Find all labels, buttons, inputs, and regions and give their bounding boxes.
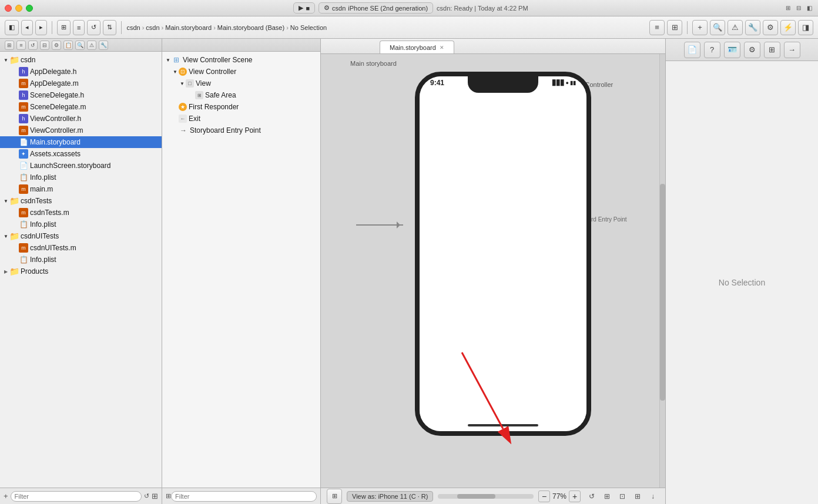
- attributes-inspector-btn[interactable]: ⚙: [744, 42, 760, 58]
- title-bar: ▶ ■ ⚙ csdn iPhone SE (2nd generation) cs…: [0, 0, 818, 16]
- nav-btn-8[interactable]: ⚠: [87, 41, 96, 50]
- code-review-btn[interactable]: ⚙: [763, 20, 778, 35]
- sidebar-item-main-storyboard[interactable]: 📄 Main.storyboard: [0, 136, 162, 148]
- sidebar-item-csdnuitests-m[interactable]: m csdnUITests.m: [0, 242, 162, 254]
- outline-filter-input[interactable]: [171, 491, 317, 502]
- sidebar-toggle-icon[interactable]: ◧: [805, 4, 813, 12]
- navigator-btn[interactable]: ⊞: [57, 20, 71, 35]
- sidebar-toggle-button[interactable]: ◧: [5, 20, 19, 35]
- scene-icon: ⊞: [172, 55, 181, 65]
- run-button[interactable]: ▶ ■: [293, 2, 315, 14]
- sidebar-item-appdelegate-h[interactable]: h AppDelegate.h: [0, 66, 162, 78]
- breadcrumb-item-4[interactable]: Main.storyboard (Base): [217, 24, 284, 31]
- canvas-vertical-scrollbar[interactable]: [659, 54, 665, 488]
- sidebar-item-assets[interactable]: ✦ Assets.xcassets: [0, 148, 162, 160]
- refresh-icon[interactable]: ↺: [585, 490, 598, 503]
- horizontal-scrollbar-thumb[interactable]: [457, 494, 495, 499]
- sidebar-item-csdnuitests-group[interactable]: ▼ 📁 csdnUITests: [0, 230, 162, 242]
- jump-btn[interactable]: ⇅: [103, 20, 116, 35]
- search-btn[interactable]: 🔍: [710, 20, 725, 35]
- outline-item-view[interactable]: ▼ □ View: [162, 78, 320, 89]
- outline-item-first-responder[interactable]: ★ First Responder: [162, 101, 320, 113]
- forward-button[interactable]: ▸: [35, 20, 47, 35]
- connections-inspector-btn[interactable]: →: [784, 42, 800, 58]
- sidebar-item-csdn-group[interactable]: ▼ 📁 csdn: [0, 54, 162, 66]
- horizontal-scrollbar[interactable]: [438, 494, 534, 499]
- sidebar-item-scenedelegate-m[interactable]: m SceneDelegate.m: [0, 101, 162, 113]
- sidebar-item-viewcontroller-m[interactable]: m ViewController.m: [0, 125, 162, 136]
- scrollbar-thumb[interactable]: [660, 184, 665, 401]
- minimize-button[interactable]: [15, 5, 22, 12]
- sidebar-item-label: AppDelegate.h: [30, 68, 76, 76]
- add-filter-icon[interactable]: +: [4, 492, 8, 500]
- outline-item-safearea[interactable]: ⊞ Safe Area: [162, 89, 320, 101]
- nav-btn-7[interactable]: 🔍: [75, 41, 85, 50]
- grid-icon[interactable]: ⊟: [794, 4, 803, 12]
- file-inspector-btn[interactable]: 📄: [684, 42, 700, 58]
- spacer: [12, 139, 19, 146]
- inspector-toggle[interactable]: ≡: [649, 20, 665, 35]
- device-selector[interactable]: View as: iPhone 11 (C · R): [347, 491, 433, 502]
- sidebar-item-csdntests-group[interactable]: ▼ 📁 csdnTests: [0, 195, 162, 207]
- history-btn[interactable]: ↺: [87, 20, 100, 35]
- breadcrumb-item-5[interactable]: No Selection: [290, 24, 327, 31]
- back-button[interactable]: ◂: [21, 20, 33, 35]
- sidebar-item-viewcontroller-h[interactable]: h ViewController.h: [0, 113, 162, 125]
- sidebar-item-appdelegate-m[interactable]: m AppDelegate.m: [0, 78, 162, 89]
- close-button[interactable]: [5, 5, 12, 12]
- outline-item-vc[interactable]: ▼ ⊡ View Controller: [162, 66, 320, 78]
- debug-toggle-btn[interactable]: ⚡: [780, 20, 796, 35]
- sidebar-item-main-m[interactable]: m main.m: [0, 183, 162, 195]
- breadcrumb-item-2[interactable]: csdn: [146, 24, 159, 31]
- sidebar-item-products-group[interactable]: ▶ 📁 Products: [0, 266, 162, 277]
- nav-btn-1[interactable]: ⊞: [5, 41, 14, 50]
- split-view-toggle[interactable]: ⊞: [667, 20, 682, 35]
- maximize-button[interactable]: [26, 5, 33, 12]
- phone-status-bar: 9:41 ▊▊▊ ● ▮▮: [420, 79, 586, 87]
- add-item-btn[interactable]: +: [692, 20, 708, 35]
- nav-btn-3[interactable]: ↺: [28, 41, 38, 50]
- nav-btn-6[interactable]: 📋: [63, 41, 73, 50]
- grid-icon[interactable]: ⊞: [601, 490, 614, 503]
- download-icon[interactable]: ↓: [646, 490, 659, 503]
- tab-main-storyboard[interactable]: Main.storyboard ✕: [380, 41, 454, 53]
- sidebar-item-info-plist[interactable]: 📋 Info.plist: [0, 172, 162, 183]
- expand-icon[interactable]: ⊞: [784, 4, 792, 12]
- outline-item-exit[interactable]: ← Exit: [162, 113, 320, 125]
- spacer: [12, 221, 19, 228]
- fit-icon[interactable]: ⊡: [616, 490, 629, 503]
- identity-inspector-btn[interactable]: 🪪: [724, 42, 740, 58]
- sidebar-item-launchscreen[interactable]: 📄 LaunchScreen.storyboard: [0, 160, 162, 172]
- sidebar-item-csdntests-plist[interactable]: 📋 Info.plist: [0, 219, 162, 230]
- scheme-selector[interactable]: ⚙ csdn iPhone SE (2nd generation): [319, 2, 433, 14]
- expand-icon[interactable]: ⊞: [631, 490, 644, 503]
- breadcrumb-item-1[interactable]: csdn: [126, 24, 140, 31]
- breadcrumb-item-3[interactable]: Main.storyboard: [165, 24, 212, 31]
- sidebar-item-label: csdnUITests.m: [30, 244, 76, 252]
- sidebar-item-csdntests-m[interactable]: m csdnTests.m: [0, 207, 162, 219]
- sidebar-item-label: main.m: [30, 185, 53, 193]
- sidebar-filter-input[interactable]: [11, 491, 142, 502]
- canvas-main[interactable]: View Controller Main storyboard Storyboa…: [321, 54, 659, 488]
- entry-point-icon: →: [179, 126, 188, 135]
- zoom-out-button[interactable]: −: [538, 490, 550, 502]
- nav-btn-9[interactable]: 🔧: [99, 41, 108, 50]
- build-btn[interactable]: 🔧: [745, 20, 760, 35]
- size-inspector-btn[interactable]: ⊞: [764, 42, 780, 58]
- nav-btn-2[interactable]: ≡: [16, 41, 26, 50]
- sidebar-item-scenedelegate-h[interactable]: h SceneDelegate.h: [0, 89, 162, 101]
- filter-options-icon[interactable]: ↺: [144, 492, 149, 500]
- tab-close-icon[interactable]: ✕: [440, 45, 444, 51]
- nav-btn-5[interactable]: ⚙: [52, 41, 61, 50]
- debug-btn[interactable]: ≡: [73, 20, 85, 35]
- sidebar-item-csdnuitests-plist[interactable]: 📋 Info.plist: [0, 254, 162, 266]
- warnings-btn[interactable]: ⚠: [728, 20, 743, 35]
- quick-help-btn[interactable]: ?: [704, 42, 720, 58]
- filter-add-icon[interactable]: ⊞: [152, 492, 158, 500]
- zoom-in-button[interactable]: +: [569, 490, 581, 502]
- nav-btn-4[interactable]: ⊟: [40, 41, 49, 50]
- canvas-layout-icon[interactable]: ⊞: [327, 489, 342, 504]
- panel-right-btn[interactable]: ◨: [798, 20, 813, 35]
- outline-item-storyboard-entry[interactable]: → Storyboard Entry Point: [162, 125, 320, 136]
- outline-item-vc-scene[interactable]: ▼ ⊞ View Controller Scene: [162, 54, 320, 66]
